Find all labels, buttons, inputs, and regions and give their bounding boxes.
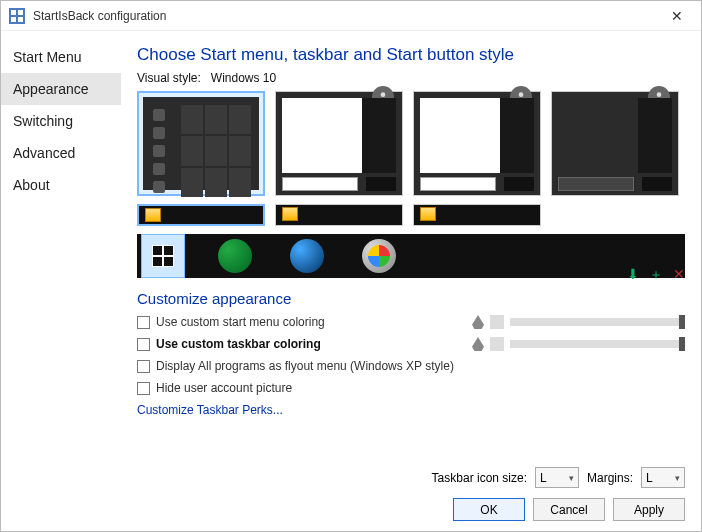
app-icon — [9, 8, 25, 24]
add-icon[interactable]: ＋ — [649, 266, 663, 284]
close-icon[interactable]: ✕ — [661, 4, 693, 28]
svg-rect-11 — [164, 257, 173, 266]
check-label: Use custom start menu coloring — [156, 315, 325, 329]
svg-rect-2 — [18, 10, 23, 15]
select-value: L — [540, 471, 547, 485]
download-icon[interactable]: ⬇ — [627, 266, 639, 284]
checkbox-icon[interactable] — [137, 360, 150, 373]
perks-link[interactable]: Customize Taskbar Perks... — [137, 403, 685, 417]
margins-label: Margins: — [587, 471, 633, 485]
folder-icon — [282, 207, 298, 221]
check-flyout[interactable]: Display All programs as flyout menu (Win… — [137, 359, 685, 373]
sidebar: Start Menu Appearance Switching Advanced… — [1, 31, 121, 531]
svg-rect-1 — [11, 10, 16, 15]
checkbox-icon[interactable] — [137, 316, 150, 329]
check-label: Use custom taskbar coloring — [156, 337, 321, 351]
opacity-slider[interactable] — [510, 318, 685, 326]
check-label: Display All programs as flyout menu (Win… — [156, 359, 454, 373]
apply-button[interactable]: Apply — [613, 498, 685, 521]
opacity-slider[interactable] — [510, 340, 685, 348]
svg-point-5 — [381, 92, 386, 97]
sidebar-item-switching[interactable]: Switching — [1, 105, 121, 137]
svg-rect-9 — [164, 246, 173, 255]
taskbar-thumb-gradient[interactable] — [413, 204, 541, 226]
taskbar-thumbnails — [137, 204, 685, 226]
sidebar-item-advanced[interactable]: Advanced — [1, 137, 121, 169]
chevron-down-icon: ▾ — [569, 473, 574, 483]
footer: Taskbar icon size: L▾ Margins: L▾ — [137, 467, 685, 488]
ok-button[interactable]: OK — [453, 498, 525, 521]
taskbar-icon-size-select[interactable]: L▾ — [535, 467, 579, 488]
select-value: L — [646, 471, 653, 485]
style-thumb-classic-light-alt[interactable] — [413, 91, 541, 196]
svg-rect-8 — [153, 246, 162, 255]
eyedropper-icon[interactable] — [472, 337, 484, 351]
folder-icon — [420, 207, 436, 221]
svg-rect-3 — [11, 17, 16, 22]
visual-style-label: Visual style: — [137, 71, 201, 85]
svg-rect-10 — [153, 257, 162, 266]
svg-rect-4 — [18, 17, 23, 22]
check-label: Hide user account picture — [156, 381, 292, 395]
check-startmenu-coloring[interactable]: Use custom start menu coloring — [137, 315, 685, 329]
taskbar-thumb-flat[interactable] — [137, 204, 265, 226]
eyedropper-icon[interactable] — [472, 315, 484, 329]
svg-point-7 — [657, 92, 662, 97]
style-thumb-classic-dark[interactable] — [551, 91, 679, 196]
sidebar-item-appearance[interactable]: Appearance — [1, 73, 121, 105]
check-hide-avatar[interactable]: Hide user account picture — [137, 381, 685, 395]
checkbox-icon[interactable] — [137, 338, 150, 351]
chevron-down-icon: ▾ — [675, 473, 680, 483]
style-thumbnails — [137, 91, 685, 196]
style-tools: ⬇ ＋ ✕ — [137, 266, 685, 284]
remove-icon[interactable]: ✕ — [673, 266, 685, 284]
page-heading: Choose Start menu, taskbar and Start but… — [137, 45, 685, 65]
color-swatch[interactable] — [490, 315, 504, 329]
titlebar: StartIsBack configuration ✕ — [1, 1, 701, 31]
style-thumb-windows10[interactable] — [137, 91, 265, 196]
taskbar-thumb-gloss[interactable] — [275, 204, 403, 226]
visual-style-value: Windows 10 — [211, 71, 276, 85]
customize-heading: Customize appearance — [137, 290, 685, 307]
check-taskbar-coloring[interactable]: Use custom taskbar coloring — [137, 337, 685, 351]
visual-style-row: Visual style: Windows 10 — [137, 71, 685, 85]
cancel-button[interactable]: Cancel — [533, 498, 605, 521]
style-thumb-classic-light[interactable] — [275, 91, 403, 196]
sidebar-item-about[interactable]: About — [1, 169, 121, 201]
window-title: StartIsBack configuration — [33, 9, 661, 23]
folder-icon — [145, 208, 161, 222]
color-swatch[interactable] — [490, 337, 504, 351]
checkbox-icon[interactable] — [137, 382, 150, 395]
taskbar-icon-size-label: Taskbar icon size: — [432, 471, 527, 485]
svg-point-6 — [519, 92, 524, 97]
margins-select[interactable]: L▾ — [641, 467, 685, 488]
sidebar-item-start-menu[interactable]: Start Menu — [1, 41, 121, 73]
